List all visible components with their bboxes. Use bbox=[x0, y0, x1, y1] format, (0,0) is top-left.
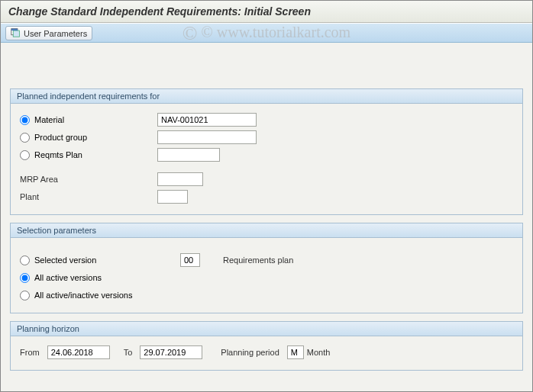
radio-material[interactable]: Material bbox=[20, 115, 157, 125]
plant-field[interactable] bbox=[157, 190, 188, 204]
group-selection: Selection parameters Selected version Re… bbox=[10, 223, 523, 313]
group-horizon-title: Planning horizon bbox=[11, 322, 522, 336]
radio-reqmts-plan[interactable]: Reqmts Plan bbox=[20, 150, 157, 160]
radio-selected-version-label: Selected version bbox=[34, 255, 96, 265]
radio-all-active-label: All active versions bbox=[34, 273, 102, 282]
user-parameters-icon bbox=[11, 27, 21, 39]
radio-all-inactive[interactable]: All active/inactive versions bbox=[20, 291, 180, 300]
radio-all-active[interactable]: All active versions bbox=[20, 273, 180, 283]
user-parameters-label: User Parameters bbox=[24, 29, 87, 38]
svg-rect-1 bbox=[13, 31, 19, 37]
reqmts-plan-field[interactable] bbox=[157, 148, 220, 162]
radio-all-inactive-label: All active/inactive versions bbox=[34, 291, 132, 300]
planning-period-code-field[interactable] bbox=[287, 345, 304, 359]
plant-label: Plant bbox=[20, 192, 157, 201]
from-label: From bbox=[20, 348, 40, 357]
group-pir-title: Planned independent requirements for bbox=[11, 89, 522, 104]
planning-period-label: Planning period bbox=[221, 348, 279, 357]
mrp-area-field[interactable] bbox=[157, 172, 203, 186]
radio-material-input[interactable] bbox=[20, 115, 30, 125]
radio-product-group[interactable]: Product group bbox=[20, 133, 157, 143]
from-date-field[interactable] bbox=[47, 345, 110, 359]
product-group-field[interactable] bbox=[157, 130, 257, 144]
to-date-field[interactable] bbox=[140, 345, 202, 359]
radio-reqmts-plan-label: Reqmts Plan bbox=[34, 150, 82, 159]
page-title: Change Standard Independent Requirements… bbox=[8, 5, 311, 18]
application-toolbar: User Parameters bbox=[1, 23, 532, 43]
content-area: Planned independent requirements for Mat… bbox=[1, 43, 532, 386]
group-selection-title: Selection parameters bbox=[11, 223, 522, 238]
to-label: To bbox=[124, 348, 133, 357]
group-pir: Planned independent requirements for Mat… bbox=[10, 88, 523, 215]
radio-all-active-input[interactable] bbox=[20, 273, 30, 283]
requirements-plan-label: Requirements plan bbox=[223, 255, 293, 265]
mrp-area-label: MRP Area bbox=[20, 175, 157, 184]
group-horizon: Planning horizon From To Planning period… bbox=[10, 321, 523, 371]
planning-period-text: Month bbox=[307, 348, 331, 357]
radio-selected-version[interactable]: Selected version bbox=[20, 255, 180, 265]
radio-all-inactive-input[interactable] bbox=[20, 291, 30, 300]
radio-material-label: Material bbox=[34, 115, 64, 124]
radio-selected-version-input[interactable] bbox=[20, 255, 30, 265]
svg-rect-2 bbox=[11, 29, 18, 31]
radio-reqmts-plan-input[interactable] bbox=[20, 150, 30, 160]
radio-product-group-input[interactable] bbox=[20, 133, 30, 143]
radio-product-group-label: Product group bbox=[34, 133, 87, 142]
selected-version-field[interactable] bbox=[180, 253, 200, 267]
user-parameters-button[interactable]: User Parameters bbox=[5, 26, 92, 40]
title-bar: Change Standard Independent Requirements… bbox=[1, 1, 532, 23]
material-field[interactable] bbox=[157, 113, 257, 127]
